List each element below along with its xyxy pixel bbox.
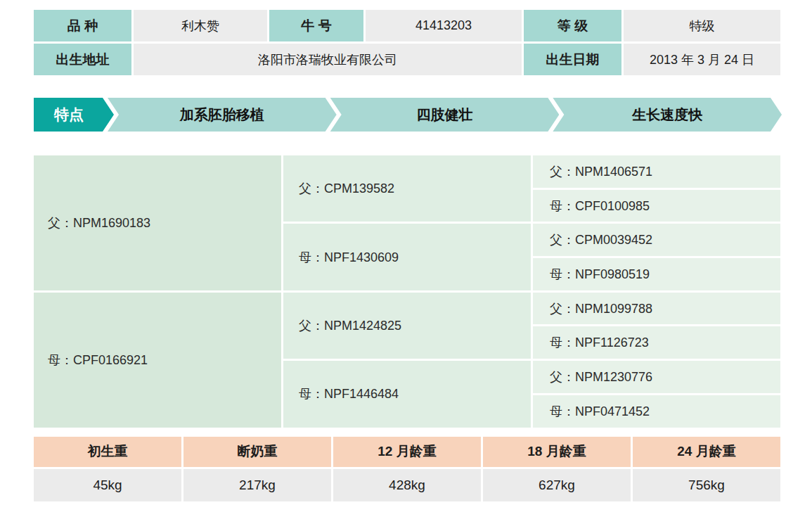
breed-value: 利木赞 [134,10,267,41]
pedigree-table: 父：NPM1690183 母：CPF0166921 父：CPM139582 母：… [34,155,780,428]
features-banner: 特点 加系胚胎移植 四肢健壮 生长速度快 [34,98,782,132]
weight-header-24mo: 24 月龄重 [633,437,780,467]
birthplace-label: 出生地址 [34,44,131,75]
weight-value-weaning: 217kg [183,469,331,501]
cattle-id-label: 牛 号 [269,10,363,41]
weight-value-12mo: 428kg [333,469,481,501]
pedigree-dam-dam: 母：NPF1446484 [283,361,531,427]
birthdate-label: 出生日期 [524,44,621,75]
pedigree-dam: 母：CPF0166921 [34,293,281,428]
pedigree-dam-sire: 父：NPM1424825 [283,293,531,359]
weight-value-24mo: 756kg [633,469,780,501]
weight-header-weaning: 断奶重 [183,437,331,467]
pedigree-gen3-cell: 父：NPM1406571 [533,155,780,188]
pedigree-gen3-cell: 父：CPM0039452 [533,224,780,256]
pedigree-gen3-cell: 母：NPF1126723 [533,326,780,359]
pedigree-gen3-cell: 母：NPF0980519 [533,258,780,290]
feature-item-fast-growth: 生长速度快 [553,98,782,132]
weight-header-12mo: 12 月龄重 [333,437,481,467]
grade-value: 特级 [624,10,780,41]
info-table: 品 种 利木赞 牛 号 41413203 等 级 特级 出生地址 洛阳市洛瑞牧业… [34,10,780,75]
pedigree-gen3-cell: 母：NPF0471452 [533,395,780,428]
pedigree-gen3-cell: 母：CPF0100985 [533,190,780,222]
pedigree-gen3-cell: 父：NPM1230776 [533,361,780,393]
grade-label: 等 级 [524,10,621,41]
birthdate-value: 2013 年 3 月 24 日 [624,44,780,75]
birthplace-value: 洛阳市洛瑞牧业有限公司 [134,44,522,75]
weight-value-birth: 45kg [34,469,181,501]
cattle-pedigree-card: 品 种 利木赞 牛 号 41413203 等 级 特级 出生地址 洛阳市洛瑞牧业… [34,0,780,501]
pedigree-sire: 父：NPM1690183 [34,155,281,290]
weights-table: 初生重 断奶重 12 月龄重 18 月龄重 24 月龄重 45kg 217kg … [34,437,780,501]
feature-item-strong-limbs: 四肢健壮 [330,98,560,132]
feature-item-embryo-transfer: 加系胚胎移植 [108,98,337,132]
weight-header-18mo: 18 月龄重 [483,437,631,467]
cattle-id-value: 41413203 [366,10,522,41]
weight-value-18mo: 627kg [483,469,631,501]
pedigree-sire-sire: 父：CPM139582 [283,155,531,222]
weight-header-birth: 初生重 [34,437,181,467]
features-title-arrow: 特点 [34,98,114,132]
pedigree-gen3-cell: 父：NPM1099788 [533,293,780,325]
pedigree-sire-dam: 母：NPF1430609 [283,224,531,290]
breed-label: 品 种 [34,10,131,41]
